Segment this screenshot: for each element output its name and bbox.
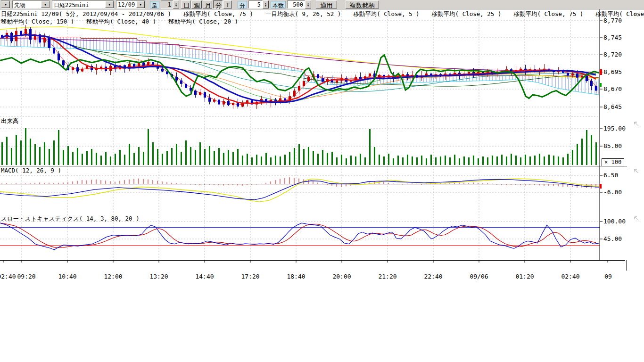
- period-minute-button[interactable]: 分: [213, 0, 223, 8]
- time-axis-label: 17:20: [241, 273, 259, 280]
- bar-count-spinner[interactable]: ▲▼: [173, 0, 179, 8]
- time-axis-label: 10:40: [58, 273, 76, 280]
- time-axis-label: 02:40: [0, 273, 16, 280]
- contract-month-select[interactable]: 12/09 ▼: [116, 0, 145, 8]
- time-axis-label: 02:40: [561, 273, 579, 280]
- indicator-header-line2: 移動平均( Close, 150 )移動平均( Close, 40 )移動平均(…: [1, 18, 238, 26]
- pane-resize-arrow-icon[interactable]: [635, 169, 638, 173]
- chevron-down-icon: ▼: [1, 1, 10, 8]
- toolbar: ▼ 先物 ▼ 日経225mini ▼ 12/09 ▼ 足 1 ▲▼ 日 週 月 …: [0, 0, 644, 9]
- minutes-spinner[interactable]: ▲▼: [263, 0, 269, 8]
- indicator-label: 日経225mini 12/09( 5分, 2012/09/04 - 2012/0…: [1, 10, 171, 18]
- instrument-type-select[interactable]: 先物 ▼: [12, 0, 50, 8]
- price-axis-label: 8,670: [603, 85, 622, 92]
- chevron-down-icon: ▼: [136, 1, 145, 8]
- stochastics-pane-title: スロー・ストキャスティクス( 14, 3, 80, 20 ): [1, 215, 140, 223]
- indicator-label: 移動平均( Close, 5 ): [353, 10, 419, 18]
- spin-down-icon: ▼: [175, 5, 177, 7]
- minutes-label: 分: [238, 1, 247, 8]
- indicator-label: 移動平均( Close, 20 ): [168, 18, 238, 26]
- indicator-label: 一目均衡表( 9, 26, 52 ): [265, 10, 341, 18]
- indicator-header-line1: 日経225mini 12/09( 5分, 2012/09/04 - 2012/0…: [1, 10, 644, 18]
- macd-axis-label: -6.00: [603, 189, 622, 196]
- indicator-label: 移動平均( Close, 75 ): [513, 10, 583, 18]
- bar-count-field[interactable]: 1: [161, 0, 173, 8]
- time-axis-label: 21:20: [378, 273, 396, 280]
- multi-symbol-button[interactable]: 複数銘柄: [346, 0, 379, 8]
- price-axis-label: 8,770: [603, 17, 622, 24]
- period-month-button[interactable]: 月: [203, 0, 212, 8]
- period-day-button[interactable]: 日: [181, 0, 190, 8]
- apply-button[interactable]: 適用: [316, 0, 337, 8]
- time-axis-label: 18:40: [287, 273, 305, 280]
- macd-pane-title: MACD( 12, 26, 9 ): [1, 167, 61, 174]
- price-axis-label: 8,745: [603, 34, 622, 41]
- stochastics-axis-label: 100.00: [603, 218, 626, 225]
- macd-axis-label: 6.50: [603, 172, 618, 179]
- indicator-label: 移動平均( Close, 150 ): [1, 18, 74, 26]
- period-week-button[interactable]: 週: [191, 0, 202, 8]
- symbol-select[interactable]: 日経225mini ▼: [52, 0, 114, 8]
- price-axis-label: 8,645: [603, 103, 622, 110]
- price-axis-label: 8,695: [603, 68, 622, 75]
- pane-resize-arrow-icon[interactable]: [635, 122, 638, 126]
- chart-canvas[interactable]: [0, 9, 644, 272]
- bar-type-label: 足: [150, 1, 159, 8]
- time-axis-label: 13:20: [149, 273, 168, 280]
- chevron-down-icon: ▼: [105, 1, 114, 8]
- time-axis-label: 09: [604, 273, 612, 280]
- bar-count-label: 本数: [271, 1, 286, 8]
- chevron-down-icon: ▼: [41, 1, 50, 8]
- chart-area: 日経225mini 12/09( 5分, 2012/09/04 - 2012/0…: [0, 9, 644, 272]
- bar-count-input[interactable]: 500: [287, 0, 305, 8]
- time-axis-label: 12:00: [104, 273, 122, 280]
- stochastics-axis-label: 45.00: [603, 235, 622, 242]
- contract-month-value: 12/09: [116, 1, 136, 8]
- time-axis-label: 14:40: [195, 273, 214, 280]
- spin-down-icon: ▼: [307, 5, 309, 7]
- period-tick-button[interactable]: T: [223, 0, 232, 8]
- price-axis-label: 8,720: [603, 51, 622, 58]
- time-axis-label: 09/06: [470, 273, 488, 280]
- chart-select-dropdown[interactable]: ▼: [1, 0, 10, 8]
- pane-resize-arrow-icon[interactable]: [635, 217, 638, 221]
- volume-axis-label: 195.00: [603, 125, 626, 132]
- bars-spinner[interactable]: ▲▼: [305, 0, 311, 8]
- indicator-label: 移動平均( Close, 40 ): [86, 18, 156, 26]
- minutes-input[interactable]: 5: [248, 0, 263, 8]
- indicator-label: 移動平均( Close, 25 ): [432, 10, 502, 18]
- indicator-label: 移動平均( Close, 75 ): [183, 10, 253, 18]
- spin-down-icon: ▼: [265, 5, 266, 7]
- volume-axis-label: 85.00: [603, 142, 622, 149]
- trading-app-window: { "toolbar": { "symbol_type": "先物", "sym…: [0, 0, 644, 362]
- time-axis-label: 01:20: [515, 273, 534, 280]
- volume-multiplier-badge: × 100: [602, 158, 624, 166]
- volume-pane-title: 出来高: [1, 117, 19, 125]
- time-axis-label: 09:20: [17, 273, 35, 280]
- time-axis-label: 20:00: [332, 273, 351, 280]
- instrument-type-value: 先物: [13, 1, 41, 8]
- time-axis-label: 22:40: [424, 273, 442, 280]
- symbol-value: 日経225mini: [52, 1, 105, 8]
